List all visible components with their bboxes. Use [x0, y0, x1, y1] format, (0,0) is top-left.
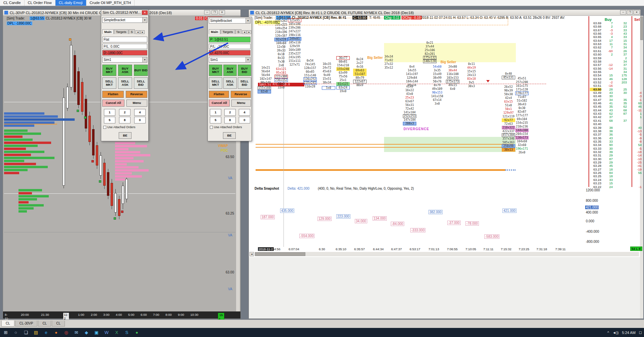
taskbar-skype-icon[interactable]: S: [122, 328, 132, 337]
taskbar-edge-browser-icon[interactable]: e: [41, 328, 51, 337]
ladder-cell[interactable]: 35: [603, 105, 613, 108]
ladder-cell[interactable]: 31: [617, 67, 627, 70]
sheet-tab-cl[interactable]: CL: [1, 321, 14, 327]
right-horizontal-scrollbar[interactable]: [255, 252, 639, 256]
tab-scroll-left-icon[interactable]: ◂: [242, 30, 247, 34]
ladder-cell[interactable]: 15: [603, 74, 613, 77]
ladder-cell[interactable]: 2: [603, 53, 613, 56]
ladder-cell[interactable]: 175: [617, 74, 627, 77]
qty-1-button[interactable]: 1: [104, 109, 115, 116]
ladder-cell[interactable]: 33: [617, 35, 627, 39]
ladder-cell[interactable]: 56: [633, 171, 642, 175]
account-select[interactable]: Sim1▼: [209, 57, 251, 63]
ladder-cell[interactable]: 30: [617, 91, 627, 95]
tab-cl-candle[interactable]: CL Candle: [0, 0, 25, 6]
sell-ask-button[interactable]: SELL ASK: [223, 77, 237, 89]
ladder-cell[interactable]: 29: [603, 154, 613, 157]
bracket-select[interactable]: SimpleBracket▼: [209, 18, 251, 24]
qty-5-button[interactable]: 5: [104, 117, 115, 123]
scroll-left-arrow[interactable]: ◂: [250, 252, 254, 256]
ladder-price[interactable]: 63.45: [590, 105, 601, 108]
ladder-price[interactable]: 63.25: [590, 175, 601, 178]
ladder-price[interactable]: 63.48: [590, 95, 601, 98]
taskbar-photos-icon[interactable]: ▣: [91, 328, 102, 337]
cancel-all-button[interactable]: Cancel All: [102, 100, 124, 107]
ladder-cell[interactable]: 30: [603, 95, 613, 98]
qty-0-button[interactable]: 0: [134, 117, 146, 123]
notification-center-icon[interactable]: ◻: [639, 330, 642, 335]
ladder-cell[interactable]: -1: [633, 185, 642, 189]
tab-scroll-right-icon[interactable]: ▸: [140, 30, 145, 34]
ladder-cell[interactable]: -14: [633, 154, 642, 157]
trade-dialog-titlebar[interactable]: Sim CL-201812-NYM...: [101, 10, 148, 15]
ladder-cell[interactable]: 37: [617, 53, 627, 56]
buy-mkt-button[interactable]: BUY MKT: [209, 65, 222, 76]
restore-button[interactable]: ❐: [627, 10, 633, 14]
buy-bid-button[interactable]: BUY BID: [238, 65, 251, 76]
ladder-cell[interactable]: 7: [603, 46, 613, 49]
ladder-cell[interactable]: 36: [603, 133, 613, 136]
ladder-cell[interactable]: 34: [617, 46, 627, 49]
ladder-cell[interactable]: 62: [617, 105, 627, 108]
bracket-select[interactable]: SimpleBracket▼: [102, 17, 147, 23]
ladder-cell[interactable]: 54: [633, 143, 642, 147]
ladder-cell[interactable]: -14: [603, 67, 613, 70]
be-button[interactable]: BE: [223, 132, 236, 139]
ladder-price[interactable]: 63.40: [590, 122, 601, 126]
be-button[interactable]: BE: [119, 132, 131, 139]
ladder-cell[interactable]: 40: [633, 126, 642, 129]
ladder-price[interactable]: 63.57: [590, 63, 601, 67]
buy-bid-button[interactable]: BUY BID: [134, 65, 148, 76]
ladder-price[interactable]: 63.37: [590, 133, 601, 136]
tab-s[interactable]: S: [235, 29, 241, 34]
taskbar-word-icon[interactable]: W: [102, 328, 112, 337]
tab-cl-order-flow[interactable]: CL Order Flow: [25, 0, 55, 6]
ladder-cell[interactable]: 68: [603, 119, 613, 122]
taskbar-file-explorer-icon[interactable]: ▤: [31, 328, 41, 337]
sell-mkt-button[interactable]: SELL MKT: [209, 77, 222, 89]
menu-button[interactable]: Menu: [126, 100, 147, 107]
account-select[interactable]: Sim1▼: [102, 57, 147, 63]
ladder-price[interactable]: 63.42: [590, 115, 601, 119]
ladder-cell[interactable]: -3: [633, 95, 642, 98]
sell-mkt-button[interactable]: SELL MKT: [102, 77, 116, 89]
ladder-price[interactable]: 63.59: [590, 57, 601, 60]
ladder-cell[interactable]: 15: [603, 182, 613, 185]
ladder-cell[interactable]: 2: [603, 25, 613, 28]
ladder-price[interactable]: 63.31: [590, 154, 601, 157]
qty-1-button[interactable]: 1: [210, 109, 221, 116]
ladder-cell[interactable]: -16: [603, 84, 613, 87]
ladder-price[interactable]: 63.54: [590, 74, 601, 77]
buy-ask-button[interactable]: BUY ASK: [118, 65, 132, 76]
taskbar-whatsapp-icon[interactable]: ●: [132, 328, 142, 337]
ladder-cell[interactable]: 1: [633, 115, 642, 119]
taskbar-start-icon[interactable]: ⊞: [1, 328, 11, 337]
ladder-cell[interactable]: 90: [603, 143, 613, 147]
ladder-cell[interactable]: -12: [603, 63, 613, 67]
taskbar-excel-icon[interactable]: X: [112, 328, 122, 337]
ladder-cell[interactable]: 37: [617, 119, 627, 122]
ladder-cell[interactable]: 23: [617, 25, 627, 28]
ladder-cell[interactable]: -5: [633, 133, 642, 136]
buy-ask-button[interactable]: BUY ASK: [223, 65, 237, 76]
flatten-button[interactable]: Flatten: [102, 91, 124, 98]
ladder-cell[interactable]: 2: [617, 57, 627, 60]
minimize-button[interactable]: ─: [620, 10, 626, 14]
taskbar-firefox-icon[interactable]: ●: [51, 328, 61, 337]
taskbar-chrome-icon[interactable]: ◎: [61, 328, 71, 337]
sell-bid-button[interactable]: SELL BID: [238, 77, 251, 89]
sell-ask-button[interactable]: SELL ASK: [118, 77, 132, 89]
tab-main[interactable]: Main: [102, 29, 114, 34]
ladder-cell[interactable]: 45: [603, 164, 613, 167]
position-field[interactable]: Flat: [102, 37, 147, 42]
tab-targets[interactable]: Targets: [221, 29, 235, 34]
tray-chevron-icon[interactable]: ^: [607, 331, 609, 335]
tab-targets[interactable]: Targets: [114, 29, 128, 34]
qty-4-button[interactable]: 4: [239, 109, 250, 116]
tab-scroll-right-icon[interactable]: ▸: [247, 30, 251, 34]
ladder-cell[interactable]: 37: [603, 115, 613, 119]
ladder-price[interactable]: 63.68: [590, 25, 601, 28]
ladder-cell[interactable]: 37: [617, 63, 627, 67]
qty-2-button[interactable]: 2: [224, 109, 236, 116]
reverse-button[interactable]: Reverse: [231, 91, 251, 98]
